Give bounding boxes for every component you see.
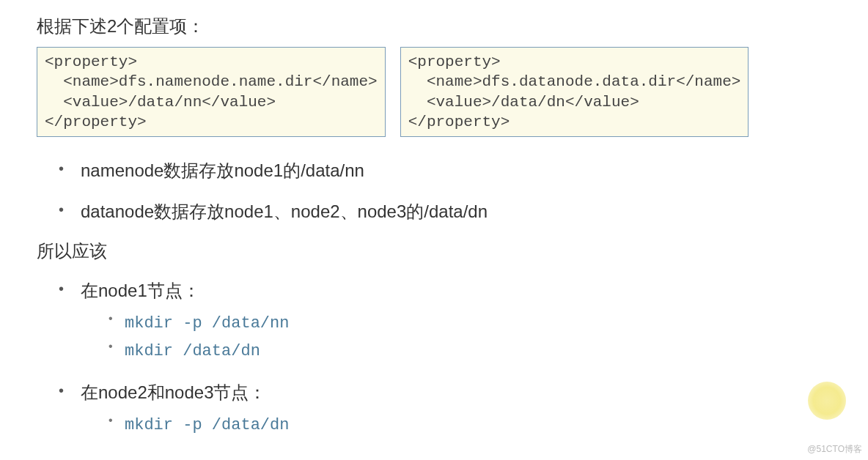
summary-list: namenode数据存放node1的/data/nn datanode数据存放n…: [37, 157, 831, 225]
list-item: datanode数据存放node1、node2、node3的/data/dn: [59, 199, 831, 225]
list-item-node1: 在node1节点： mkdir -p /data/nn mkdir /data/…: [59, 278, 831, 365]
config-row: <property> <name>dfs.namenode.name.dir</…: [37, 47, 831, 137]
list-item-node23: 在node2和node3节点： mkdir -p /data/dn: [59, 379, 831, 439]
list-item: namenode数据存放node1的/data/nn: [59, 157, 831, 184]
cmd-item: mkdir -p /data/nn: [107, 310, 831, 337]
node-list: 在node1节点： mkdir -p /data/nn mkdir /data/…: [37, 278, 831, 439]
node-label: 在node1节点：: [81, 281, 200, 300]
watermark-text: @51CTO博客: [807, 443, 862, 456]
cmd-item: mkdir -p /data/dn: [107, 412, 831, 439]
config-box-namenode: <property> <name>dfs.namenode.name.dir</…: [37, 47, 386, 137]
intro-heading: 根据下述2个配置项：: [37, 15, 831, 38]
cmd-list: mkdir -p /data/nn mkdir /data/dn: [81, 310, 831, 365]
node-label: 在node2和node3节点：: [81, 382, 266, 402]
config-box-datanode: <property> <name>dfs.datanode.data.dir</…: [400, 47, 749, 137]
cmd-list: mkdir -p /data/dn: [81, 412, 831, 439]
subheading: 所以应该: [37, 240, 831, 263]
highlight-dot-icon: [808, 382, 846, 420]
cmd-item: mkdir /data/dn: [107, 338, 831, 365]
